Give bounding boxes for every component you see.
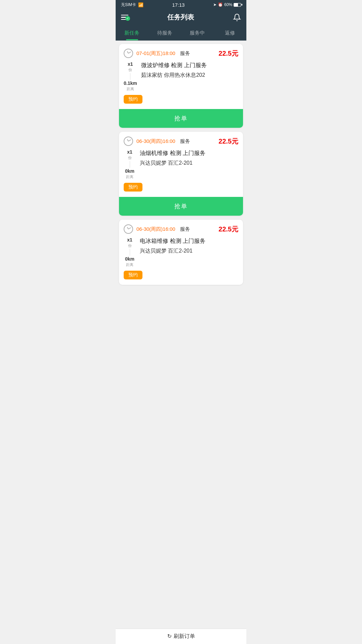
task-datetime-2: 06-30(周四)16:00 (136, 138, 175, 145)
status-left: 无SIM卡 📶 (121, 2, 143, 8)
task-tag-2: 预约 (124, 183, 142, 192)
task-tag-row-1: 预约 (124, 95, 238, 104)
task-qty-label-2: 份 (128, 155, 132, 160)
refresh-bar[interactable]: ↻刷新订单 (116, 629, 246, 644)
task-distance-label-1: 距离 (127, 87, 134, 92)
status-right: ➤ ⏰ 60% (213, 2, 241, 7)
status-bar: 无SIM卡 📶 17:13 ➤ ⏰ 60% (116, 0, 246, 9)
task-meta-divider-1 (130, 73, 130, 80)
task-details-1: 微波炉维修 检测 上门服务 茹沫家纺 你用热水休息202 (141, 61, 238, 92)
status-time: 17:13 (172, 2, 185, 8)
tab-new-task[interactable]: 新任务 (116, 26, 148, 40)
task-info-rows-3: x1 份 0km 距离 电冰箱维修 检测 上门服务 兴达贝妮梦 百汇2-201 (124, 237, 238, 267)
task-distance-label-2: 距离 (126, 174, 133, 179)
task-address-2: 兴达贝妮梦 百汇2-201 (140, 160, 238, 167)
task-type-1: 服务 (180, 50, 190, 57)
task-tag-3: 预约 (124, 271, 142, 279)
task-address-3: 兴达贝妮梦 百汇2-201 (140, 248, 238, 255)
location-icon: ➤ (213, 2, 217, 7)
task-header-row-3: 06-30(周四)16:00 服务 22.5元 (124, 224, 238, 234)
task-body-2: 06-30(周四)16:00 服务 22.5元 x1 份 0km 距离 油烟机维… (119, 132, 243, 197)
task-distance-3: 0km (125, 256, 134, 262)
page-title: 任务列表 (167, 13, 194, 22)
sim-text: 无SIM卡 (121, 2, 136, 8)
tab-in-progress[interactable]: 服务中 (181, 26, 214, 40)
menu-badge: ✓ (125, 16, 130, 21)
task-price-1: 22.5元 (219, 49, 238, 58)
task-meta-2: x1 份 0km 距离 (124, 149, 136, 179)
refresh-icon: ↻ (167, 633, 172, 639)
task-meta-divider-2 (130, 161, 130, 168)
task-distance-1: 0.1km (124, 80, 137, 86)
task-datetime-1: 07-01(周五)18:00 (136, 50, 175, 57)
task-qty-label-3: 份 (128, 243, 132, 248)
task-header-row-1: 07-01(周五)18:00 服务 22.5元 (124, 49, 238, 58)
task-info-rows-1: x1 份 0.1km 距离 微波炉维修 检测 上门服务 茹沫家纺 你用热水休息2… (124, 61, 238, 92)
grab-button-2[interactable]: 抢单 (119, 197, 243, 216)
task-qty-3: x1 (127, 237, 132, 243)
task-card-1: 07-01(周五)18:00 服务 22.5元 x1 份 0.1km 距离 微波… (119, 44, 243, 128)
wifi-icon: 📶 (138, 2, 143, 7)
task-address-1: 茹沫家纺 你用热水休息202 (141, 72, 238, 79)
task-service-name-3: 电冰箱维修 检测 上门服务 (140, 237, 238, 245)
tab-pending[interactable]: 待服务 (148, 26, 181, 40)
task-body-3: 06-30(周四)16:00 服务 22.5元 x1 份 0km 距离 电冰箱维… (119, 220, 243, 285)
clock-status-icon: ⏰ (218, 2, 223, 7)
task-distance-label-3: 距离 (126, 262, 133, 267)
task-card-2: 06-30(周四)16:00 服务 22.5元 x1 份 0km 距离 油烟机维… (119, 132, 243, 216)
refresh-label: 刷新订单 (174, 633, 195, 639)
task-price-3: 22.5元 (219, 225, 238, 234)
clock-icon-2 (124, 137, 133, 146)
task-header-left-1: 07-01(周五)18:00 服务 (124, 49, 190, 58)
clock-icon-1 (124, 49, 133, 58)
battery-icon (234, 3, 241, 7)
task-details-2: 油烟机维修 检测 上门服务 兴达贝妮梦 百汇2-201 (140, 149, 238, 179)
tab-return[interactable]: 返修 (214, 26, 247, 40)
task-card-3: 06-30(周四)16:00 服务 22.5元 x1 份 0km 距离 电冰箱维… (119, 220, 243, 285)
task-distance-2: 0km (125, 168, 134, 174)
task-service-name-1: 微波炉维修 检测 上门服务 (141, 61, 238, 69)
task-meta-divider-3 (130, 249, 130, 256)
task-meta-3: x1 份 0km 距离 (124, 237, 136, 267)
task-header-row-2: 06-30(周四)16:00 服务 22.5元 (124, 137, 238, 146)
task-type-3: 服务 (180, 226, 190, 232)
task-tag-row-2: 预约 (124, 183, 238, 192)
grab-button-1[interactable]: 抢单 (119, 109, 243, 128)
task-meta-1: x1 份 0.1km 距离 (124, 61, 137, 92)
task-info-rows-2: x1 份 0km 距离 油烟机维修 检测 上门服务 兴达贝妮梦 百汇2-201 (124, 149, 238, 179)
task-service-name-2: 油烟机维修 检测 上门服务 (140, 149, 238, 157)
tab-bar: 新任务 待服务 服务中 返修 (116, 26, 246, 41)
task-list: 07-01(周五)18:00 服务 22.5元 x1 份 0.1km 距离 微波… (116, 41, 246, 644)
task-header-left-3: 06-30(周四)16:00 服务 (124, 224, 190, 234)
task-datetime-3: 06-30(周四)16:00 (136, 226, 175, 232)
task-qty-2: x1 (127, 149, 132, 155)
task-details-3: 电冰箱维修 检测 上门服务 兴达贝妮梦 百汇2-201 (140, 237, 238, 267)
task-price-2: 22.5元 (219, 137, 238, 146)
menu-badge-check-icon: ✓ (126, 17, 129, 20)
battery-percent: 60% (224, 2, 232, 7)
task-tag-1: 预约 (124, 95, 142, 104)
task-header-left-2: 06-30(周四)16:00 服务 (124, 137, 190, 146)
menu-button[interactable]: ✓ (121, 15, 128, 20)
menu-line-1 (121, 15, 128, 16)
header: ✓ 任务列表 (116, 9, 246, 26)
task-qty-1: x1 (128, 61, 133, 67)
task-qty-label-1: 份 (128, 67, 132, 72)
clock-icon-3 (124, 224, 133, 234)
task-tag-row-3: 预约 (124, 271, 238, 279)
notification-bell-icon[interactable] (233, 13, 241, 21)
task-type-2: 服务 (180, 138, 190, 145)
task-body-1: 07-01(周五)18:00 服务 22.5元 x1 份 0.1km 距离 微波… (119, 44, 243, 109)
